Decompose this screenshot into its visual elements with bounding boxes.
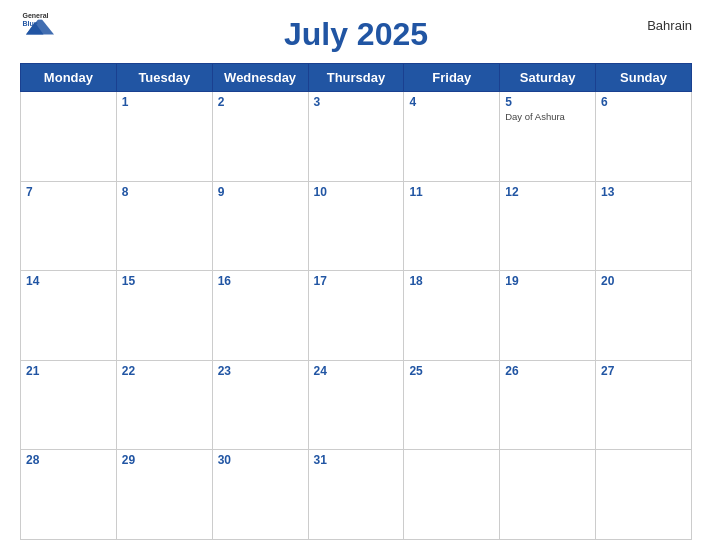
calendar-day-cell (500, 450, 596, 540)
calendar-header-row: MondayTuesdayWednesdayThursdayFridaySatu… (21, 64, 692, 92)
day-number: 23 (218, 364, 303, 378)
day-number: 16 (218, 274, 303, 288)
svg-text:Blue: Blue (23, 20, 38, 27)
calendar-day-cell (596, 450, 692, 540)
day-number: 31 (314, 453, 399, 467)
day-number: 25 (409, 364, 494, 378)
calendar-day-cell: 15 (116, 271, 212, 361)
day-of-week-header: Tuesday (116, 64, 212, 92)
day-number: 17 (314, 274, 399, 288)
calendar-day-cell: 4 (404, 92, 500, 182)
day-number: 12 (505, 185, 590, 199)
day-of-week-header: Sunday (596, 64, 692, 92)
calendar-day-cell: 22 (116, 360, 212, 450)
day-number: 15 (122, 274, 207, 288)
calendar-day-cell: 25 (404, 360, 500, 450)
day-event: Day of Ashura (505, 111, 590, 122)
day-number: 26 (505, 364, 590, 378)
day-number: 30 (218, 453, 303, 467)
calendar-day-cell: 12 (500, 181, 596, 271)
calendar-day-cell: 9 (212, 181, 308, 271)
calendar-day-cell (404, 450, 500, 540)
day-number: 20 (601, 274, 686, 288)
page-header: General Blue July 2025 Bahrain (20, 10, 692, 59)
logo: General Blue (20, 10, 60, 38)
calendar-week-row: 28293031 (21, 450, 692, 540)
day-number: 9 (218, 185, 303, 199)
day-number: 10 (314, 185, 399, 199)
day-of-week-header: Monday (21, 64, 117, 92)
day-number: 21 (26, 364, 111, 378)
svg-text:General: General (23, 12, 49, 19)
country-label: Bahrain (647, 18, 692, 33)
day-number: 18 (409, 274, 494, 288)
day-of-week-header: Thursday (308, 64, 404, 92)
calendar-week-row: 14151617181920 (21, 271, 692, 361)
calendar-day-cell: 10 (308, 181, 404, 271)
calendar-day-cell: 6 (596, 92, 692, 182)
calendar-day-cell: 20 (596, 271, 692, 361)
calendar-day-cell: 23 (212, 360, 308, 450)
day-number: 19 (505, 274, 590, 288)
calendar-day-cell: 28 (21, 450, 117, 540)
day-number: 3 (314, 95, 399, 109)
day-number: 11 (409, 185, 494, 199)
day-number: 22 (122, 364, 207, 378)
day-number: 1 (122, 95, 207, 109)
calendar-day-cell: 2 (212, 92, 308, 182)
day-number: 7 (26, 185, 111, 199)
day-number: 5 (505, 95, 590, 109)
calendar-day-cell: 8 (116, 181, 212, 271)
calendar-week-row: 12345Day of Ashura6 (21, 92, 692, 182)
day-of-week-header: Saturday (500, 64, 596, 92)
calendar-day-cell: 13 (596, 181, 692, 271)
general-blue-logo-icon: General Blue (20, 10, 60, 38)
calendar-day-cell: 3 (308, 92, 404, 182)
day-number: 2 (218, 95, 303, 109)
calendar-day-cell: 14 (21, 271, 117, 361)
day-of-week-header: Wednesday (212, 64, 308, 92)
calendar-day-cell: 27 (596, 360, 692, 450)
calendar-day-cell: 19 (500, 271, 596, 361)
day-of-week-header: Friday (404, 64, 500, 92)
day-number: 27 (601, 364, 686, 378)
day-number: 14 (26, 274, 111, 288)
calendar-table: MondayTuesdayWednesdayThursdayFridaySatu… (20, 63, 692, 540)
calendar-title: July 2025 (284, 16, 428, 53)
day-number: 8 (122, 185, 207, 199)
day-number: 24 (314, 364, 399, 378)
calendar-day-cell (21, 92, 117, 182)
calendar-day-cell: 5Day of Ashura (500, 92, 596, 182)
calendar-day-cell: 21 (21, 360, 117, 450)
calendar-day-cell: 1 (116, 92, 212, 182)
calendar-day-cell: 29 (116, 450, 212, 540)
calendar-week-row: 21222324252627 (21, 360, 692, 450)
day-number: 13 (601, 185, 686, 199)
calendar-week-row: 78910111213 (21, 181, 692, 271)
calendar-day-cell: 30 (212, 450, 308, 540)
calendar-day-cell: 11 (404, 181, 500, 271)
calendar-day-cell: 24 (308, 360, 404, 450)
calendar-day-cell: 16 (212, 271, 308, 361)
calendar-day-cell: 17 (308, 271, 404, 361)
calendar-day-cell: 18 (404, 271, 500, 361)
day-number: 4 (409, 95, 494, 109)
day-number: 29 (122, 453, 207, 467)
day-number: 6 (601, 95, 686, 109)
day-number: 28 (26, 453, 111, 467)
calendar-day-cell: 31 (308, 450, 404, 540)
calendar-day-cell: 7 (21, 181, 117, 271)
calendar-day-cell: 26 (500, 360, 596, 450)
